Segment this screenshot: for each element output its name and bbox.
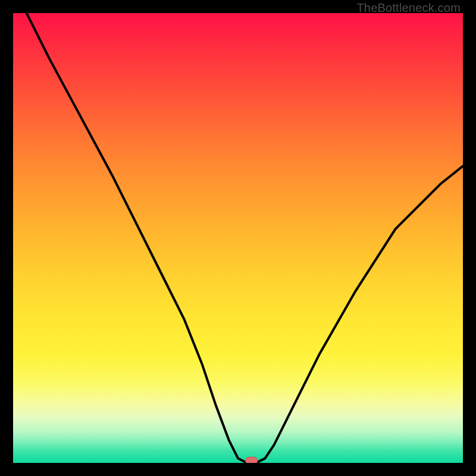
curve-layer [13, 13, 463, 463]
optimum-marker [246, 457, 258, 463]
chart-frame: TheBottleneck.com [0, 0, 476, 476]
bottleneck-curve-path [27, 13, 463, 463]
plot-area [13, 13, 463, 463]
